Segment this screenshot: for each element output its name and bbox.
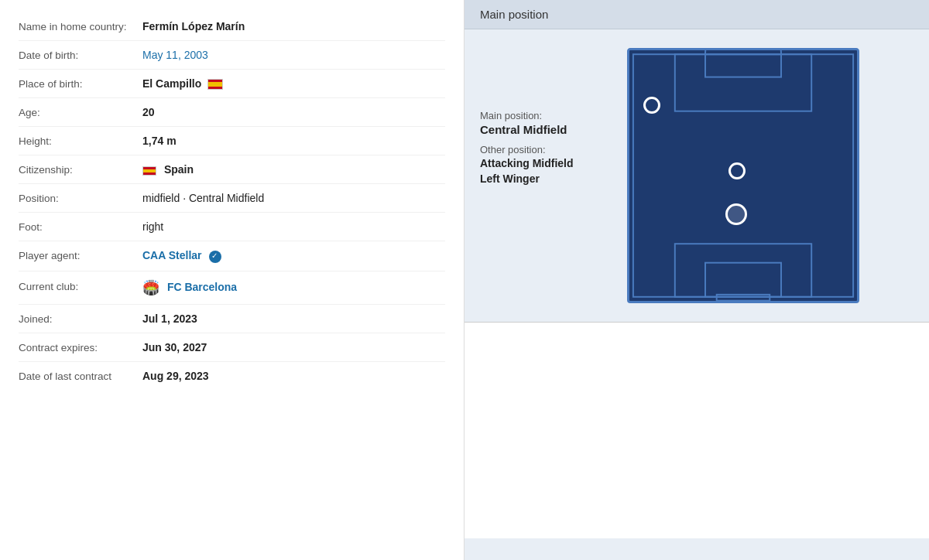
- right-lower-section: [464, 322, 929, 538]
- foot-value: right: [142, 220, 445, 233]
- club-crest-icon: 🏟️: [142, 279, 159, 296]
- contract-value: Jun 30, 2027: [142, 341, 445, 353]
- age-row: Age: 20: [19, 98, 445, 127]
- foot-label: Foot:: [19, 221, 142, 233]
- spain-flag-icon: [207, 79, 223, 90]
- main-position-panel: Main position Main position: Central Mid…: [464, 0, 929, 560]
- agent-label: Player agent:: [19, 250, 142, 261]
- football-pitch: [627, 48, 859, 303]
- club-value: 🏟️ FC Barcelona: [142, 279, 445, 296]
- height-label: Height:: [19, 135, 142, 147]
- position-dot-middle: [728, 162, 746, 179]
- other-position-value1: Attacking Midfield: [480, 157, 612, 169]
- pob-row: Place of birth: El Campillo: [19, 70, 445, 98]
- svg-rect-4: [705, 263, 781, 297]
- svg-rect-1: [675, 54, 811, 111]
- position-text-info: Main position: Central Midfield Other po…: [480, 48, 612, 188]
- agent-value: CAA Stellar: [142, 249, 445, 262]
- position-label: Position:: [19, 193, 142, 204]
- verified-badge-icon: [209, 251, 221, 263]
- position-row: Position: midfield · Central Midfield: [19, 184, 445, 213]
- age-label: Age:: [19, 107, 142, 118]
- other-position-value2: Left Winger: [480, 172, 612, 185]
- svg-rect-3: [675, 244, 811, 297]
- citizenship-label: Citizenship:: [19, 164, 142, 176]
- club-label: Current club:: [19, 281, 142, 292]
- contract-row: Contract expires: Jun 30, 2027: [19, 333, 445, 362]
- pob-value: El Campillo: [142, 77, 445, 90]
- svg-rect-2: [705, 54, 781, 77]
- dob-row: Date of birth: May 11, 2003: [19, 41, 445, 70]
- pitch-container: [627, 48, 875, 303]
- main-position-header: Main position: [464, 0, 929, 29]
- position-dot-attacking: [725, 203, 747, 225]
- main-position-label: Main position:: [480, 110, 612, 121]
- last-contract-label: Date of last contract: [19, 370, 142, 382]
- height-row: Height: 1,74 m: [19, 127, 445, 155]
- citizenship-row: Citizenship: Spain: [19, 155, 445, 184]
- joined-value: Jul 1, 2023: [142, 312, 445, 325]
- citizenship-flag-icon: [142, 166, 156, 176]
- main-position-value: Central Midfield: [480, 123, 612, 136]
- age-value: 20: [142, 106, 445, 118]
- position-dot-top: [643, 97, 660, 114]
- dob-value: May 11, 2003: [142, 49, 445, 61]
- agent-row: Player agent: CAA Stellar: [19, 241, 445, 271]
- last-contract-row: Date of last contract Aug 29, 2023: [19, 362, 445, 390]
- position-content: Main position: Central Midfield Other po…: [464, 29, 929, 322]
- pob-label: Place of birth:: [19, 78, 142, 90]
- name-value: Fermín López Marín: [142, 20, 445, 32]
- citizenship-value: Spain: [142, 163, 445, 176]
- foot-row: Foot: right: [19, 213, 445, 241]
- last-contract-value: Aug 29, 2023: [142, 370, 445, 382]
- position-value: midfield · Central Midfield: [142, 192, 445, 204]
- name-label: Name in home country:: [19, 21, 142, 32]
- joined-row: Joined: Jul 1, 2023: [19, 305, 445, 333]
- other-position-label: Other position:: [480, 144, 612, 155]
- height-value: 1,74 m: [142, 135, 445, 147]
- contract-label: Contract expires:: [19, 342, 142, 353]
- joined-label: Joined:: [19, 313, 142, 325]
- club-row: Current club: 🏟️ FC Barcelona: [19, 271, 445, 305]
- dob-label: Date of birth:: [19, 50, 142, 61]
- player-info-panel: Name in home country: Fermín López Marín…: [0, 0, 464, 560]
- name-row: Name in home country: Fermín López Marín: [19, 12, 445, 41]
